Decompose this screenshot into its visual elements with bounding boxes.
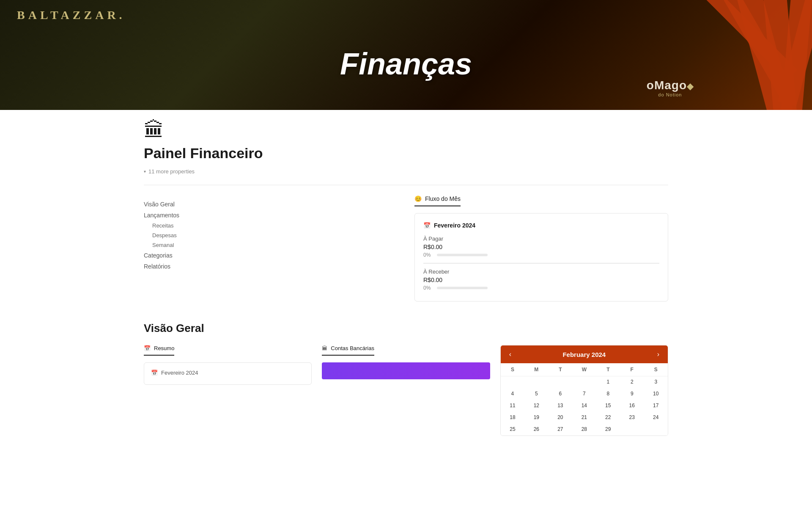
nav-lancamentos[interactable]: Lançamentos	[144, 210, 398, 221]
calendar-month-title: February 2024	[562, 351, 606, 358]
cal-day-2[interactable]: 2	[620, 376, 644, 388]
cal-header-s2: S	[644, 363, 668, 376]
visao-geral-title: Visão Geral	[144, 322, 668, 335]
cal-day-26[interactable]: 26	[524, 424, 548, 436]
a-receber-progress-bg	[437, 287, 488, 289]
cal-day-21[interactable]: 21	[572, 412, 596, 424]
calendar-next-button[interactable]: ›	[656, 351, 661, 358]
main-two-col: Visão Geral Lançamentos Receitas Despesa…	[144, 195, 668, 301]
cal-day-8[interactable]: 8	[596, 388, 620, 400]
a-receber-label: À Receber	[423, 269, 659, 275]
page-title: Painel Financeiro	[144, 145, 668, 162]
cal-day-3[interactable]: 3	[644, 376, 668, 388]
resumo-card: 📅 Fevereiro 2024	[144, 362, 312, 385]
cal-header-t2: T	[596, 363, 620, 376]
cal-day-5[interactable]: 5	[524, 388, 548, 400]
contas-tab-icon: 🏛	[322, 345, 327, 351]
contas-col: 🏛 Contas Bancárias	[322, 345, 490, 436]
cal-day-11[interactable]: 11	[501, 400, 524, 412]
more-properties-toggle[interactable]: ▾ 11 more properties	[144, 168, 668, 175]
page-banner-title: Finanças	[340, 47, 472, 81]
cal-day-empty[interactable]	[524, 376, 548, 388]
cal-day-10[interactable]: 10	[644, 388, 668, 400]
cal-day-27[interactable]: 27	[549, 424, 572, 436]
cal-day-1[interactable]: 1	[596, 376, 620, 388]
cal-day-29[interactable]: 29	[596, 424, 620, 436]
cal-day-16[interactable]: 16	[620, 400, 644, 412]
resumo-month-label: Fevereiro 2024	[161, 370, 198, 376]
nav-visao-geral[interactable]: Visão Geral	[144, 199, 398, 210]
banner: BALTAZZAR. Finanças oMago◆ do Notion	[0, 0, 812, 110]
cal-day-20[interactable]: 20	[549, 412, 572, 424]
calendar-col: ‹ February 2024 › S M T W T F S	[500, 345, 668, 436]
cal-day-25[interactable]: 25	[501, 424, 524, 436]
cal-day-13[interactable]: 13	[549, 400, 572, 412]
brand-logo: BALTAZZAR.	[17, 8, 126, 22]
cal-day-18[interactable]: 18	[501, 412, 524, 424]
contas-tab-label: Contas Bancárias	[331, 345, 374, 351]
calendar-widget: ‹ February 2024 › S M T W T F S	[500, 345, 668, 436]
contas-purple-bar	[322, 362, 490, 379]
cal-day-empty[interactable]	[572, 376, 596, 388]
cal-header-t: T	[549, 363, 572, 376]
cal-header-s: S	[501, 363, 524, 376]
card-divider	[423, 263, 659, 263]
page-content: 🏛 Painel Financeiro ▾ 11 more properties…	[110, 110, 702, 436]
a-pagar-progress-bg	[437, 254, 488, 256]
chevron-down-icon: ▾	[144, 169, 146, 174]
cal-day-24[interactable]: 24	[644, 412, 668, 424]
a-pagar-progress-row: 0%	[423, 252, 659, 258]
cal-day-empty[interactable]	[620, 424, 644, 436]
nav-relatorios[interactable]: Relatórios	[144, 261, 398, 272]
cal-day-7[interactable]: 7	[572, 388, 596, 400]
resumo-tab-label: Resumo	[154, 345, 174, 351]
nav-categorias[interactable]: Categorias	[144, 250, 398, 261]
cal-day-empty[interactable]	[501, 376, 524, 388]
more-properties-label: 11 more properties	[148, 168, 195, 175]
cal-day-17[interactable]: 17	[644, 400, 668, 412]
calendar-grid: S M T W T F S 1 2 3	[501, 363, 668, 436]
cal-day-empty[interactable]	[644, 424, 668, 436]
omago-brand: oMago◆ do Notion	[647, 79, 694, 97]
resumo-tab[interactable]: 📅 Resumo	[144, 345, 174, 356]
fluxo-panel: 😊 Fluxo do Mês 📅 Fevereiro 2024 À Pagar …	[414, 195, 668, 301]
page-icon: 🏛	[144, 118, 668, 142]
omago-text: oMago	[647, 79, 687, 92]
fluxo-tab-label: Fluxo do Mês	[425, 195, 461, 202]
fluxo-month-label: Fevereiro 2024	[434, 222, 475, 229]
nav-semanal[interactable]: Semanal	[144, 240, 398, 250]
resumo-month-icon: 📅	[151, 370, 158, 376]
cal-day-28[interactable]: 28	[572, 424, 596, 436]
cal-day-15[interactable]: 15	[596, 400, 620, 412]
resumo-month-header: 📅 Fevereiro 2024	[151, 370, 304, 376]
fluxo-tab[interactable]: 😊 Fluxo do Mês	[414, 195, 461, 206]
cal-day-23[interactable]: 23	[620, 412, 644, 424]
cal-day-14[interactable]: 14	[572, 400, 596, 412]
calendar-prev-button[interactable]: ‹	[508, 351, 513, 358]
cal-day-9[interactable]: 9	[620, 388, 644, 400]
nav-receitas[interactable]: Receitas	[144, 221, 398, 230]
fluxo-card: 📅 Fevereiro 2024 À Pagar R$0.00 0% À Rec…	[414, 213, 668, 301]
cal-day-19[interactable]: 19	[524, 412, 548, 424]
a-receber-progress-row: 0%	[423, 285, 659, 291]
contas-tab[interactable]: 🏛 Contas Bancárias	[322, 345, 374, 356]
cal-day-4[interactable]: 4	[501, 388, 524, 400]
omago-subtitle: do Notion	[647, 92, 694, 97]
cal-day-12[interactable]: 12	[524, 400, 548, 412]
resumo-col: 📅 Resumo 📅 Fevereiro 2024	[144, 345, 312, 436]
visao-geral-cols: 📅 Resumo 📅 Fevereiro 2024 🏛 Contas Bancá…	[144, 345, 668, 436]
a-receber-percent: 0%	[423, 285, 433, 291]
cal-day-empty[interactable]	[549, 376, 572, 388]
cal-day-6[interactable]: 6	[549, 388, 572, 400]
a-pagar-label: À Pagar	[423, 236, 659, 242]
left-navigation: Visão Geral Lançamentos Receitas Despesa…	[144, 195, 398, 301]
a-pagar-percent: 0%	[423, 252, 433, 258]
calendar-header: ‹ February 2024 ›	[501, 345, 668, 363]
a-pagar-value: R$0.00	[423, 244, 659, 250]
fluxo-month-icon: 📅	[423, 222, 431, 229]
visao-geral-section: Visão Geral 📅 Resumo 📅 Fevereiro 2024	[144, 322, 668, 436]
cal-day-22[interactable]: 22	[596, 412, 620, 424]
nav-despesas[interactable]: Despesas	[144, 230, 398, 240]
fluxo-tab-icon: 😊	[414, 195, 422, 202]
cal-header-m: M	[524, 363, 548, 376]
